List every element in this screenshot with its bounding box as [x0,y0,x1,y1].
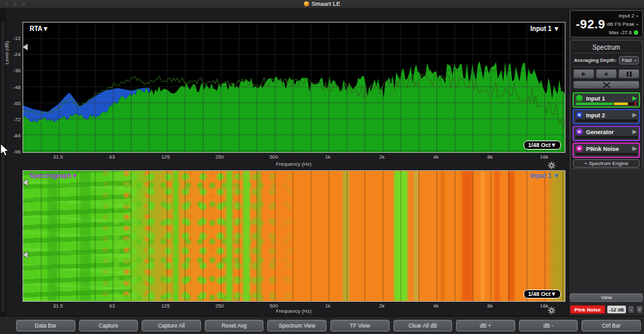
input-channel-row-input-1[interactable]: Input 1▶ [573,92,640,108]
y-tick-label: -72 [6,117,21,123]
x-tick-label: 31.5 [53,303,63,309]
meter-segment [614,103,629,105]
dropdown-icon: ▼ [43,25,49,32]
meter-segment [634,103,637,105]
spectrograph-input-selector[interactable]: Input 1 ▼ [531,172,560,179]
play-icon: ▶ [582,71,585,77]
signal-present-indicator [634,30,638,35]
channel-label: Generator [586,129,629,135]
pink-noise-button[interactable]: Pink Noise [570,305,605,314]
y-tick-label: -36 [6,68,21,74]
rta-input-selector[interactable]: Input 1 ▼ [531,25,560,32]
spectrum-view-button[interactable]: Spectrum View [267,320,327,331]
y-tick-label: -48 [6,84,21,90]
capture-button[interactable]: Capture [79,320,138,331]
channel-mute-icon[interactable]: ✕ [576,145,583,152]
view-button[interactable]: View [570,293,643,302]
meter-max-readout: Max -27.6 [609,30,638,35]
channel-active-icon[interactable] [576,95,583,102]
x-tick-label: 8k [488,154,493,160]
rta-view-selector[interactable]: RTA▼ [30,25,49,32]
panel-title: Spectrum [571,44,642,51]
channel-play-icon[interactable]: ▶ [632,95,637,101]
channel-label: Input 2 [586,112,629,119]
meter-unit-selector[interactable]: dB FS Peak▾ [607,21,638,27]
rta-banding-selector[interactable]: 1/48 Oct▼ [524,141,561,150]
dropdown-icon: ▼ [71,172,78,179]
spectrograph-plot[interactable]: Spectrograph▼ Input 1 ▼ 1/48 Oct▼ [23,170,565,302]
meter-segment [576,136,637,139]
spectrograph-upper-marker[interactable] [23,179,28,186]
rta-x-axis-label: Frequency (Hz) [276,161,311,167]
x-tick-label: 1k [325,154,330,160]
signal-generator-bar: Pink Noise -12 dB - + [570,304,643,315]
rta-chart-canvas [23,23,565,152]
input-channel-row-generator[interactable]: ✕Generator▶ [573,126,640,141]
stop-button[interactable]: ■ [596,69,617,79]
spectrograph-settings-gear-icon[interactable] [547,306,556,315]
meter-value: -92.9 [576,17,605,32]
meter-segment [576,119,637,122]
window-title: Smaart LE [0,1,644,7]
x-tick-label: 4k [433,303,439,309]
control-sidebar: Input 2▾ -92.9 dB FS Peak▾ Max -27.6 Spe… [568,9,644,316]
dropdown-icon: ▼ [553,25,560,32]
x-tick-label: 16k [540,154,549,160]
stop-icon: ■ [605,71,608,77]
rta-settings-gear-icon[interactable] [547,161,556,170]
engine-settings-button[interactable] [573,81,639,89]
dropdown-icon: ▾ [636,22,638,26]
x-tick-label: 250 [215,303,223,309]
y-tick-label: -60 [6,101,21,106]
db--button[interactable]: dB - [519,320,578,331]
rta-plot[interactable]: RTA▼ Input 1 ▼ 1/48 Oct▼ [23,22,565,153]
clear-all-db-button[interactable]: Clear All dB [393,320,453,331]
spectrograph-x-axis-label: Frequency (Hz) [276,308,311,314]
capture-all-button[interactable]: Capture All [142,320,201,331]
channel-level-meter [576,103,637,105]
channel-play-icon[interactable]: ▶ [632,146,637,152]
pause-button[interactable] [618,69,639,79]
channel-label: P9ink Noise [586,146,629,152]
channel-play-icon[interactable]: ▶ [632,129,637,135]
dropdown-icon: ▼ [551,142,556,148]
channel-label: Input 1 [586,95,629,102]
dropdown-icon: ▾ [634,58,636,63]
channel-mute-icon[interactable]: ✕ [576,112,583,119]
reset-avg-button[interactable]: Reset Avg [205,320,264,331]
channel-play-icon[interactable]: ▶ [632,112,637,118]
db--button[interactable]: dB + [456,320,515,331]
rta-level-marker[interactable] [23,44,28,50]
channel-level-meter [576,119,637,122]
x-tick-label: 4k [433,154,439,160]
meter-channel-selector[interactable]: Input 2▾ [619,13,638,19]
x-tick-label: 31.5 [53,154,63,160]
spectrograph-banding-selector[interactable]: 1/48 Oct▼ [524,290,561,299]
meter-segment [629,103,634,105]
spectrograph-lower-marker[interactable] [23,251,28,258]
generator-level-down-button[interactable]: - [628,306,634,313]
drawer-handle[interactable] [1,22,5,312]
tf-view-button[interactable]: TF View [330,320,390,331]
pause-icon [627,72,632,77]
x-tick-label: 2k [379,154,384,160]
spectrograph-view-selector[interactable]: Spectrograph▼ [30,172,78,179]
averaging-depth-select[interactable]: Fast▾ [619,56,639,64]
mouse-cursor [0,143,9,157]
add-spectrum-engine-button[interactable]: + Spectrum Engine [573,159,639,168]
app-logo-icon [304,1,309,6]
generator-level-display: -12 dB [607,306,626,313]
x-tick-label: 63 [109,154,115,160]
input-channel-row-p9ink-noise[interactable]: ✕P9ink Noise▶ [573,142,640,158]
x-tick-label: 125 [161,154,169,160]
channel-mute-icon[interactable]: ✕ [576,128,583,135]
window-titlebar: × − + Smaart LE [0,0,644,9]
ctrl-bar-button[interactable]: Ctrl Bar [582,320,641,331]
data-bar-button[interactable]: Data Bar [16,320,75,331]
play-button[interactable]: ▶ [573,69,594,79]
generator-level-up-button[interactable]: + [636,306,643,313]
dropdown-icon: ▼ [551,291,556,297]
input-channel-row-input-2[interactable]: ✕Input 2▶ [573,109,640,124]
dropdown-icon: ▼ [553,172,560,179]
channel-level-meter [576,136,637,139]
